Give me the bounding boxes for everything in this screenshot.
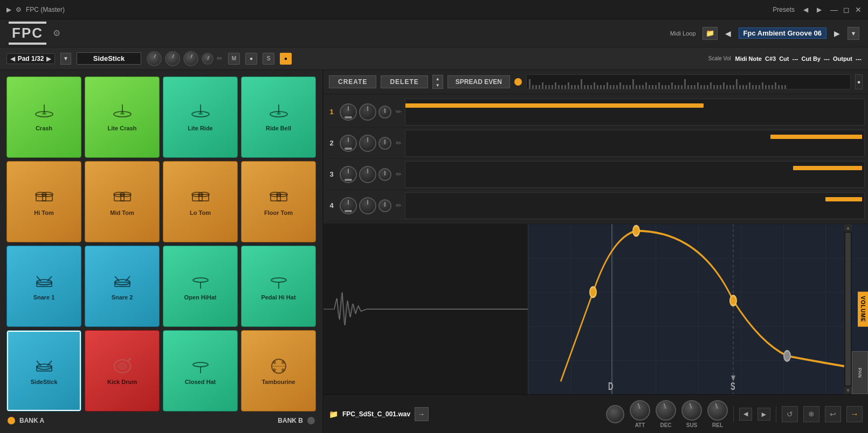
title-bar-left: ▶ ⚙ FPC (Master) xyxy=(6,6,65,13)
right-panel: CREATE DELETE ▲ ▼ SPREAD EVEN ● 1 xyxy=(323,70,868,433)
seq-knob-pitch-2[interactable] xyxy=(378,137,391,150)
pad-lite-crash[interactable]: Lite Crash xyxy=(85,76,160,158)
seq-knob-pan-2[interactable] xyxy=(359,135,376,152)
pan-tab[interactable]: PAN xyxy=(852,351,868,394)
knob-4[interactable] xyxy=(202,53,213,65)
pad-next-button[interactable]: ▶ xyxy=(46,55,51,62)
play-icon[interactable]: ▶ xyxy=(6,6,11,13)
pad-open-hihat[interactable]: Open HiHat xyxy=(163,246,238,327)
toolbar-m-button[interactable]: M xyxy=(228,53,240,65)
minimize-button[interactable]: — xyxy=(830,5,838,14)
pad-dropdown-button[interactable]: ▼ xyxy=(60,53,71,65)
knob-2[interactable] xyxy=(165,51,180,66)
pad-closed-hat[interactable]: Closed Hat xyxy=(163,330,238,411)
seq-scroll-up-button[interactable]: ▲ xyxy=(844,224,852,232)
refresh-button[interactable]: ↺ xyxy=(782,406,798,422)
seq-pen-1[interactable]: ✏ xyxy=(396,108,402,116)
presets-prev-icon[interactable]: ◀ xyxy=(803,6,808,13)
svg-point-56 xyxy=(273,368,276,372)
seq-bar-area-4[interactable] xyxy=(405,192,865,219)
settings-gear-icon[interactable]: ⚙ xyxy=(53,28,60,38)
up-arrow-icon[interactable]: ▲ xyxy=(433,75,443,82)
envelope-area: D S VOLUME ▲ ▼ PAN xyxy=(323,224,868,394)
knob-1[interactable] xyxy=(147,51,162,66)
seq-num-4: 4 xyxy=(327,201,336,209)
wav-filename: FPC_SdSt_C_001.wav xyxy=(342,410,410,418)
seq-knob-pitch-4[interactable] xyxy=(378,199,391,212)
seq-scroll-down-button[interactable]: ▼ xyxy=(844,387,852,394)
seq-knob-pitch-1[interactable] xyxy=(378,106,391,118)
svg-text:D: D xyxy=(608,380,613,393)
nav-left-button[interactable]: ◀ xyxy=(739,408,752,421)
adsr-rel-knob[interactable] xyxy=(707,400,728,421)
accept-button[interactable]: → xyxy=(846,406,863,422)
ruler-tick xyxy=(771,85,773,89)
preset-next-button[interactable]: ▶ xyxy=(833,29,841,38)
seq-pen-4[interactable]: ✏ xyxy=(396,201,402,209)
seq-knob-pan-1[interactable] xyxy=(359,103,376,121)
seq-knob-vol-4[interactable] xyxy=(340,197,357,214)
wav-folder-icon[interactable]: 📁 xyxy=(329,410,338,418)
seq-knob-pitch-3[interactable] xyxy=(378,168,391,181)
close-button[interactable]: ✕ xyxy=(855,5,862,14)
ruler-tick xyxy=(778,85,780,89)
wav-arrow-button[interactable]: → xyxy=(415,407,429,421)
undo-button[interactable]: ↩ xyxy=(825,406,841,422)
presets-next-icon[interactable]: ▶ xyxy=(817,6,822,13)
pad-lo-tom[interactable]: Lo Tom xyxy=(163,161,238,242)
seq-bar-area-2[interactable] xyxy=(405,130,865,157)
svg-point-55 xyxy=(281,361,285,364)
ruler-tick xyxy=(545,85,547,89)
toolbar-dot-button[interactable]: ● xyxy=(245,53,257,65)
ruler-tick xyxy=(574,85,576,89)
pad-lite-ride[interactable]: Lite Ride xyxy=(163,76,238,158)
gear-icon[interactable]: ⚙ xyxy=(16,6,22,13)
seq-knob-vol-3[interactable] xyxy=(340,166,357,183)
svg-point-2 xyxy=(42,113,46,115)
pad-pedal-hi-hat[interactable]: Pedal Hi Hat xyxy=(241,246,316,327)
up-down-button[interactable]: ▲ ▼ xyxy=(432,75,443,89)
create-button[interactable]: CREATE xyxy=(329,75,376,88)
midi-loop-folder-button[interactable]: 📁 xyxy=(702,27,718,40)
toolbar-active-button[interactable]: ● xyxy=(280,53,292,65)
seq-bar-area-1[interactable] xyxy=(405,99,865,125)
pad-floor-tom[interactable]: Floor Tom xyxy=(241,161,316,242)
seq-knob-pan-3[interactable] xyxy=(359,166,376,183)
pad-mid-tom[interactable]: Mid Tom xyxy=(85,161,160,242)
pad-label: Lite Crash xyxy=(108,125,137,131)
adsr-circle-btn-1[interactable] xyxy=(606,405,624,423)
seq-pen-2[interactable]: ✏ xyxy=(396,139,402,147)
adsr-att-knob[interactable] xyxy=(630,400,650,421)
pad-prev-button[interactable]: ◀ xyxy=(10,55,15,62)
ruler-tick xyxy=(710,82,712,89)
preset-dropdown-button[interactable]: ▼ xyxy=(848,27,859,40)
spread-even-button[interactable]: SPREAD EVEN xyxy=(447,75,510,88)
seq-knob-vol-2[interactable] xyxy=(340,135,357,152)
pad-kick-drum[interactable]: Kick Drum xyxy=(85,330,160,411)
maximize-button[interactable]: ◻ xyxy=(843,5,850,14)
seq-knob-vol-1[interactable] xyxy=(340,103,357,121)
ruler-end-button[interactable]: ● xyxy=(855,74,863,89)
pad-hi-tom[interactable]: Hi Tom xyxy=(6,161,81,242)
delete-button[interactable]: DELETE xyxy=(381,75,428,88)
bank-b-button[interactable]: BANK B xyxy=(278,417,315,424)
down-arrow-icon[interactable]: ▼ xyxy=(433,82,443,88)
adsr-dec-knob[interactable] xyxy=(656,400,676,421)
preset-prev-button[interactable]: ◀ xyxy=(724,29,732,38)
volume-tab[interactable]: VOLUME xyxy=(858,292,868,327)
snowflake-button[interactable]: ❄ xyxy=(803,406,819,422)
nav-right-button[interactable]: ◀ xyxy=(757,408,770,421)
pad-snare-1[interactable]: Snare 1 xyxy=(6,246,81,327)
seq-bar-area-3[interactable] xyxy=(405,161,865,188)
adsr-sus-knob[interactable] xyxy=(681,400,702,421)
toolbar-s-button[interactable]: S xyxy=(263,53,274,65)
pad-ride-bell[interactable]: Ride Bell xyxy=(241,76,316,158)
pad-sidestick[interactable]: SideStick xyxy=(6,330,81,411)
pad-tambourine[interactable]: Tambourine xyxy=(241,330,316,411)
knob-3[interactable] xyxy=(183,51,198,66)
bank-a-button[interactable]: BANK A xyxy=(8,417,44,424)
pad-snare-2[interactable]: Snare 2 xyxy=(85,246,160,327)
seq-knob-pan-4[interactable] xyxy=(359,197,376,214)
seq-pen-3[interactable]: ✏ xyxy=(396,170,402,178)
pad-crash[interactable]: Crash xyxy=(6,76,81,158)
